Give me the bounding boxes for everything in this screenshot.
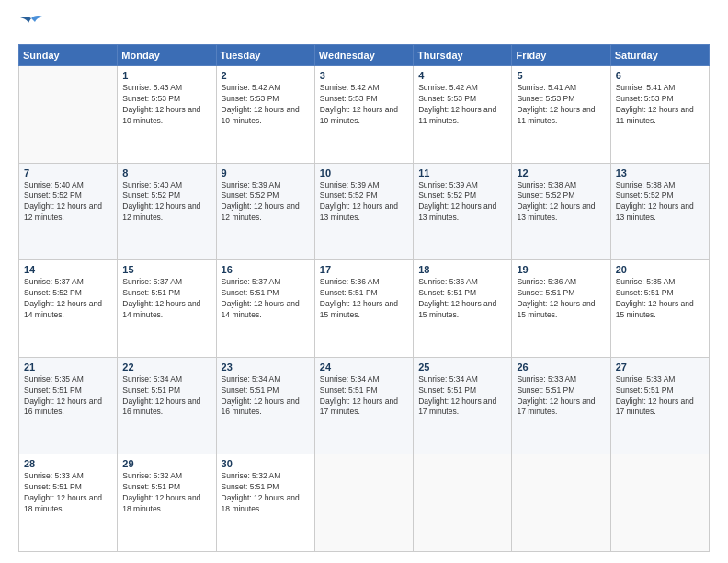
day-number: 5 <box>517 70 605 81</box>
calendar-cell: 27Sunrise: 5:33 AMSunset: 5:51 PMDayligh… <box>610 357 709 454</box>
day-details: Sunrise: 5:35 AMSunset: 5:51 PMDaylight:… <box>616 277 704 321</box>
day-details: Sunrise: 5:32 AMSunset: 5:51 PMDaylight:… <box>122 471 210 515</box>
calendar-cell: 22Sunrise: 5:34 AMSunset: 5:51 PMDayligh… <box>118 357 216 454</box>
calendar-cell: 11Sunrise: 5:39 AMSunset: 5:52 PMDayligh… <box>414 163 512 260</box>
calendar-cell: 9Sunrise: 5:39 AMSunset: 5:52 PMDaylight… <box>216 163 314 260</box>
day-details: Sunrise: 5:42 AMSunset: 5:53 PMDaylight:… <box>418 83 506 127</box>
calendar-cell: 16Sunrise: 5:37 AMSunset: 5:51 PMDayligh… <box>216 260 314 358</box>
day-details: Sunrise: 5:37 AMSunset: 5:52 PMDaylight:… <box>24 277 112 321</box>
day-number: 25 <box>418 362 506 373</box>
logo <box>18 15 48 35</box>
day-number: 22 <box>122 362 210 373</box>
calendar-cell: 24Sunrise: 5:34 AMSunset: 5:51 PMDayligh… <box>314 357 413 454</box>
day-details: Sunrise: 5:43 AMSunset: 5:53 PMDaylight:… <box>122 83 210 127</box>
calendar-cell: 17Sunrise: 5:36 AMSunset: 5:51 PMDayligh… <box>314 260 413 358</box>
calendar-cell: 23Sunrise: 5:34 AMSunset: 5:51 PMDayligh… <box>216 357 314 454</box>
day-number: 14 <box>24 264 112 275</box>
day-details: Sunrise: 5:34 AMSunset: 5:51 PMDaylight:… <box>418 374 506 419</box>
header <box>18 15 710 35</box>
day-details: Sunrise: 5:42 AMSunset: 5:53 PMDaylight:… <box>320 83 408 127</box>
day-details: Sunrise: 5:39 AMSunset: 5:52 PMDaylight:… <box>320 180 408 224</box>
day-details: Sunrise: 5:37 AMSunset: 5:51 PMDaylight:… <box>222 277 310 321</box>
day-details: Sunrise: 5:34 AMSunset: 5:51 PMDaylight:… <box>122 374 210 419</box>
day-number: 15 <box>122 264 210 275</box>
day-details: Sunrise: 5:36 AMSunset: 5:51 PMDaylight:… <box>320 277 408 321</box>
day-number: 17 <box>320 264 408 275</box>
calendar-cell: 12Sunrise: 5:38 AMSunset: 5:52 PMDayligh… <box>512 163 610 260</box>
day-number: 7 <box>24 167 112 178</box>
day-number: 13 <box>616 167 704 178</box>
day-number: 21 <box>24 362 112 373</box>
col-header-friday: Friday <box>512 45 610 66</box>
day-details: Sunrise: 5:32 AMSunset: 5:51 PMDaylight:… <box>222 471 310 515</box>
calendar-cell: 15Sunrise: 5:37 AMSunset: 5:51 PMDayligh… <box>118 260 216 358</box>
calendar-cell: 21Sunrise: 5:35 AMSunset: 5:51 PMDayligh… <box>19 357 118 454</box>
calendar-cell: 2Sunrise: 5:42 AMSunset: 5:53 PMDaylight… <box>216 66 314 164</box>
day-number: 28 <box>24 458 112 469</box>
day-details: Sunrise: 5:41 AMSunset: 5:53 PMDaylight:… <box>616 83 704 127</box>
day-number: 3 <box>320 70 408 81</box>
day-number: 26 <box>517 362 605 373</box>
calendar-cell: 18Sunrise: 5:36 AMSunset: 5:51 PMDayligh… <box>414 260 512 358</box>
col-header-saturday: Saturday <box>610 45 709 66</box>
calendar-cell: 1Sunrise: 5:43 AMSunset: 5:53 PMDaylight… <box>118 66 216 164</box>
day-number: 23 <box>222 362 310 373</box>
day-number: 9 <box>222 167 310 178</box>
day-details: Sunrise: 5:41 AMSunset: 5:53 PMDaylight:… <box>517 83 605 127</box>
day-details: Sunrise: 5:36 AMSunset: 5:51 PMDaylight:… <box>418 277 506 321</box>
calendar-cell: 10Sunrise: 5:39 AMSunset: 5:52 PMDayligh… <box>314 163 413 260</box>
calendar-cell: 30Sunrise: 5:32 AMSunset: 5:51 PMDayligh… <box>216 454 314 552</box>
logo-bird-icon <box>18 15 44 35</box>
calendar-cell: 14Sunrise: 5:37 AMSunset: 5:52 PMDayligh… <box>19 260 118 358</box>
calendar-cell: 28Sunrise: 5:33 AMSunset: 5:51 PMDayligh… <box>19 454 118 552</box>
day-details: Sunrise: 5:39 AMSunset: 5:52 PMDaylight:… <box>222 180 310 224</box>
day-details: Sunrise: 5:40 AMSunset: 5:52 PMDaylight:… <box>24 180 112 224</box>
day-details: Sunrise: 5:36 AMSunset: 5:51 PMDaylight:… <box>517 277 605 321</box>
day-number: 18 <box>418 264 506 275</box>
calendar-table: SundayMondayTuesdayWednesdayThursdayFrid… <box>18 44 710 552</box>
day-number: 24 <box>320 362 408 373</box>
day-details: Sunrise: 5:33 AMSunset: 5:51 PMDaylight:… <box>517 374 605 419</box>
col-header-monday: Monday <box>118 45 216 66</box>
day-number: 29 <box>122 458 210 469</box>
calendar-cell <box>512 454 610 552</box>
day-number: 4 <box>418 70 506 81</box>
calendar-cell: 29Sunrise: 5:32 AMSunset: 5:51 PMDayligh… <box>118 454 216 552</box>
page: SundayMondayTuesdayWednesdayThursdayFrid… <box>0 0 728 563</box>
calendar-cell <box>414 454 512 552</box>
day-number: 10 <box>320 167 408 178</box>
day-details: Sunrise: 5:37 AMSunset: 5:51 PMDaylight:… <box>122 277 210 321</box>
calendar-cell: 7Sunrise: 5:40 AMSunset: 5:52 PMDaylight… <box>19 163 118 260</box>
day-number: 11 <box>418 167 506 178</box>
calendar-cell: 13Sunrise: 5:38 AMSunset: 5:52 PMDayligh… <box>610 163 709 260</box>
day-details: Sunrise: 5:38 AMSunset: 5:52 PMDaylight:… <box>517 180 605 224</box>
calendar-cell: 25Sunrise: 5:34 AMSunset: 5:51 PMDayligh… <box>414 357 512 454</box>
day-details: Sunrise: 5:34 AMSunset: 5:51 PMDaylight:… <box>222 374 310 419</box>
day-details: Sunrise: 5:39 AMSunset: 5:52 PMDaylight:… <box>418 180 506 224</box>
day-number: 6 <box>616 70 704 81</box>
calendar-cell: 20Sunrise: 5:35 AMSunset: 5:51 PMDayligh… <box>610 260 709 358</box>
calendar-cell: 4Sunrise: 5:42 AMSunset: 5:53 PMDaylight… <box>414 66 512 164</box>
day-number: 1 <box>122 70 210 81</box>
calendar-cell: 3Sunrise: 5:42 AMSunset: 5:53 PMDaylight… <box>314 66 413 164</box>
col-header-sunday: Sunday <box>19 45 118 66</box>
calendar-cell: 26Sunrise: 5:33 AMSunset: 5:51 PMDayligh… <box>512 357 610 454</box>
day-number: 27 <box>616 362 704 373</box>
day-details: Sunrise: 5:35 AMSunset: 5:51 PMDaylight:… <box>24 374 112 419</box>
calendar-cell: 5Sunrise: 5:41 AMSunset: 5:53 PMDaylight… <box>512 66 610 164</box>
calendar-cell: 8Sunrise: 5:40 AMSunset: 5:52 PMDaylight… <box>118 163 216 260</box>
day-number: 30 <box>222 458 310 469</box>
day-details: Sunrise: 5:38 AMSunset: 5:52 PMDaylight:… <box>616 180 704 224</box>
calendar-cell <box>19 66 118 164</box>
col-header-thursday: Thursday <box>414 45 512 66</box>
day-number: 19 <box>517 264 605 275</box>
col-header-wednesday: Wednesday <box>314 45 413 66</box>
calendar-cell: 19Sunrise: 5:36 AMSunset: 5:51 PMDayligh… <box>512 260 610 358</box>
day-details: Sunrise: 5:33 AMSunset: 5:51 PMDaylight:… <box>616 374 704 419</box>
col-header-tuesday: Tuesday <box>216 45 314 66</box>
calendar-cell <box>610 454 709 552</box>
day-details: Sunrise: 5:33 AMSunset: 5:51 PMDaylight:… <box>24 471 112 515</box>
day-number: 12 <box>517 167 605 178</box>
day-details: Sunrise: 5:40 AMSunset: 5:52 PMDaylight:… <box>122 180 210 224</box>
day-details: Sunrise: 5:34 AMSunset: 5:51 PMDaylight:… <box>320 374 408 419</box>
